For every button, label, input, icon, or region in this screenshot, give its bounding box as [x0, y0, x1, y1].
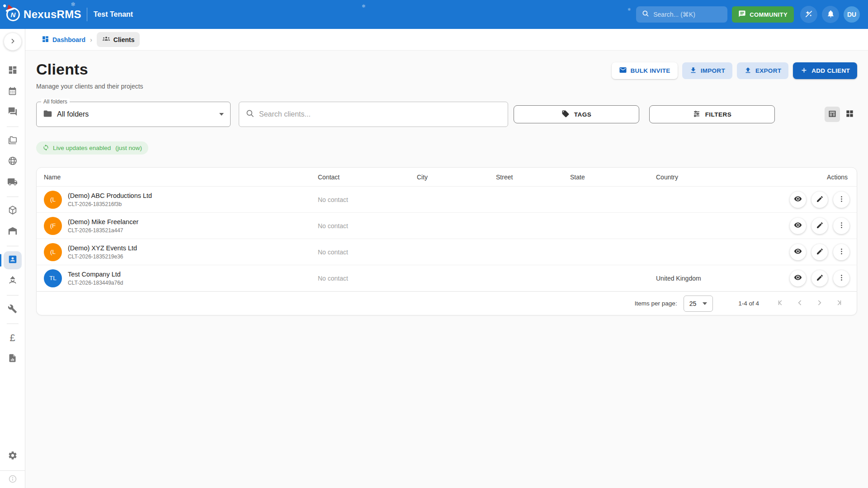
view-button[interactable]	[790, 270, 806, 286]
client-search[interactable]	[239, 102, 508, 127]
sidebar-item-calendar[interactable]	[4, 83, 22, 101]
sidebar-item-dashboard[interactable]	[4, 62, 22, 80]
breadcrumb-current-label: Clients	[113, 36, 135, 43]
globe-icon	[8, 156, 18, 168]
kebab-icon	[838, 274, 845, 283]
client-search-input[interactable]	[259, 110, 501, 118]
more-button[interactable]	[833, 244, 849, 260]
sidebar-item-reports[interactable]	[4, 350, 22, 368]
breadcrumb-dashboard-link[interactable]: Dashboard	[42, 35, 85, 44]
folder-filter-label: All folders	[41, 99, 70, 105]
prev-page-button[interactable]	[791, 294, 810, 313]
edit-button[interactable]	[811, 244, 828, 260]
breadcrumb: Dashboard › Clients	[25, 29, 868, 51]
sidebar-item-folders[interactable]	[4, 132, 22, 150]
forum-icon	[8, 107, 18, 118]
next-page-button[interactable]	[810, 294, 829, 313]
edit-button[interactable]	[811, 218, 828, 234]
page-title: Clients	[36, 61, 143, 78]
sidebar-item-engineering[interactable]	[4, 272, 22, 290]
column-city: City	[417, 174, 496, 181]
sidebar-item-tools[interactable]	[4, 300, 22, 319]
search-icon	[245, 109, 255, 120]
first-page-icon	[777, 298, 786, 309]
sidebar-divider	[7, 324, 19, 324]
sidebar-divider	[7, 197, 19, 197]
chevron-down-icon	[703, 302, 707, 305]
user-avatar[interactable]: DU	[844, 6, 860, 23]
chevron-right-icon	[815, 298, 824, 309]
folder-filter-select[interactable]: All folders All folders	[36, 102, 231, 127]
dashboard-icon	[8, 65, 18, 77]
sidebar-divider	[7, 295, 19, 296]
info-icon[interactable]	[8, 474, 17, 485]
global-search-input[interactable]	[653, 11, 722, 18]
client-name: Test Company Ltd	[68, 271, 123, 278]
more-button[interactable]	[833, 218, 849, 234]
live-updates-timestamp: (just now)	[115, 145, 142, 151]
more-button[interactable]	[833, 192, 849, 208]
add-client-button[interactable]: ADD CLIENT	[793, 62, 857, 79]
selected-indicator	[0, 254, 1, 267]
report-icon	[8, 353, 17, 365]
bulk-invite-button[interactable]: BULK INVITE	[612, 62, 678, 79]
table-row[interactable]: (L (Demo) ABC Productions Ltd CLT-2026-1…	[37, 187, 857, 213]
last-page-button[interactable]	[829, 294, 848, 313]
upload-icon	[744, 66, 752, 75]
pencil-icon	[816, 195, 824, 204]
sidebar-item-contacts[interactable]	[4, 251, 22, 269]
eye-icon	[794, 273, 802, 283]
sidebar-item-inventory[interactable]	[4, 202, 22, 220]
first-page-button[interactable]	[772, 294, 791, 313]
grid-view-button[interactable]	[842, 107, 857, 122]
pagination: Items per page: 25 1-4 of 4	[37, 291, 857, 315]
eye-icon	[794, 195, 802, 204]
festive-mode-toggle-button[interactable]	[800, 6, 817, 23]
sidebar-item-messages[interactable]	[4, 103, 22, 122]
live-updates-label: Live updates enabled	[53, 145, 111, 151]
tags-button[interactable]: TAGS	[514, 105, 639, 123]
table-row[interactable]: (L (Demo) XYZ Events Ltd CLT-2026-183521…	[37, 239, 857, 265]
sidebar-item-warehouse[interactable]	[4, 223, 22, 241]
pencil-icon	[816, 221, 824, 230]
edit-button[interactable]	[811, 192, 828, 208]
client-code: CLT-2026-1835219e36	[68, 253, 137, 260]
sidebar-item-logistics[interactable]	[4, 174, 22, 192]
pagination-range: 1-4 of 4	[738, 300, 759, 307]
community-button[interactable]: COMMUNITY	[732, 6, 794, 23]
grid-view-icon	[845, 109, 854, 119]
table-view-icon	[828, 109, 837, 120]
export-button[interactable]: EXPORT	[737, 62, 788, 79]
more-button[interactable]	[833, 270, 849, 286]
contacts-icon	[8, 254, 18, 266]
items-per-page-value: 25	[689, 300, 697, 307]
avatar: (L	[44, 191, 62, 209]
view-button[interactable]	[790, 244, 806, 260]
sidebar-expand-button[interactable]	[4, 33, 22, 51]
live-updates-chip: Live updates enabled (just now)	[36, 141, 148, 155]
table-row[interactable]: TL Test Company Ltd CLT-2026-183449a76d …	[37, 265, 857, 291]
sidebar-item-finance[interactable]: £	[4, 329, 22, 347]
edit-button[interactable]	[811, 270, 828, 286]
import-button[interactable]: IMPORT	[682, 62, 732, 79]
table-row[interactable]: (F (Demo) Mike Freelancer CLT-2026-18352…	[37, 213, 857, 239]
sidebar-divider	[7, 127, 19, 127]
sidebar-item-settings[interactable]	[4, 447, 22, 465]
logo-mark-icon: N	[6, 8, 20, 21]
view-button[interactable]	[790, 192, 806, 208]
filters-button[interactable]: FILTERS	[649, 105, 775, 123]
view-button[interactable]	[790, 218, 806, 234]
breadcrumb-dashboard-label: Dashboard	[52, 36, 85, 43]
folder-filter-value: All folders	[57, 110, 219, 118]
filters-label: FILTERS	[705, 111, 732, 118]
global-search[interactable]	[636, 6, 727, 23]
breadcrumb-separator-icon: ›	[90, 36, 92, 43]
brand-logo[interactable]: N NexusRMS	[6, 8, 81, 21]
items-per-page-select[interactable]: 25	[684, 296, 713, 312]
calendar-icon	[8, 86, 17, 98]
sidebar-item-globe[interactable]	[4, 153, 22, 171]
notifications-button[interactable]	[822, 6, 839, 23]
table-view-button[interactable]	[825, 107, 840, 122]
header-divider	[87, 8, 87, 21]
chat-icon	[738, 10, 746, 19]
